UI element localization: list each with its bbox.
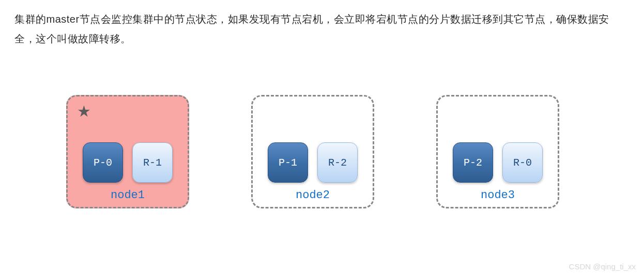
shard-primary: P-1 — [268, 142, 308, 183]
cluster-diagram: ★ P-0 R-1 node1 P-1 R-2 node2 P-2 R-0 no… — [66, 95, 630, 208]
shard-replica: R-1 — [132, 142, 173, 183]
node-label: node2 — [296, 189, 330, 202]
shard-row: P-1 R-2 — [268, 142, 358, 183]
node-box-node3: P-2 R-0 node3 — [436, 95, 559, 208]
shard-replica: R-0 — [502, 142, 543, 183]
shard-replica: R-2 — [317, 142, 358, 183]
shard-primary: P-2 — [453, 142, 493, 183]
watermark-text: CSDN @qing_ti_xx — [569, 262, 636, 271]
description-text: 集群的master节点会监控集群中的节点状态，如果发现有节点宕机，会立即将宕机节… — [14, 9, 630, 48]
master-star-icon: ★ — [77, 104, 91, 119]
node-label: node1 — [111, 189, 145, 202]
node-box-node2: P-1 R-2 node2 — [251, 95, 374, 208]
shard-primary: P-0 — [83, 142, 123, 183]
shard-row: P-2 R-0 — [453, 142, 543, 183]
node-box-node1: ★ P-0 R-1 node1 — [66, 95, 189, 208]
node-label: node3 — [481, 189, 515, 202]
shard-row: P-0 R-1 — [83, 142, 173, 183]
